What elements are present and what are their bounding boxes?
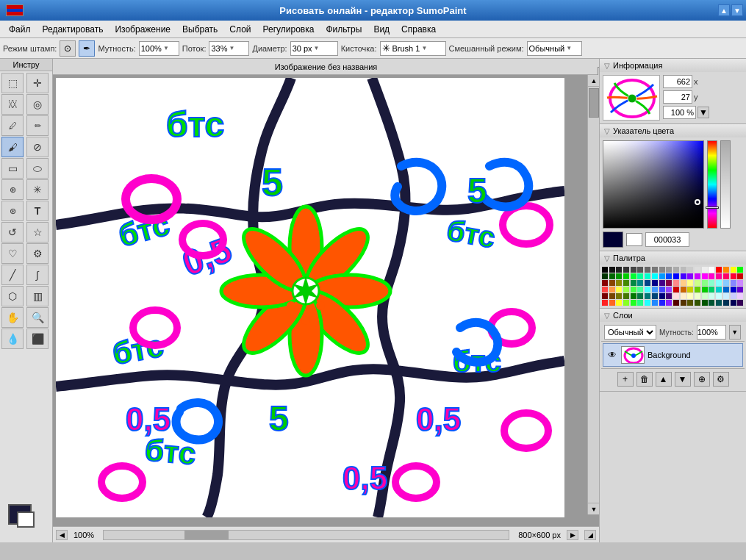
palette-color[interactable] <box>687 267 693 273</box>
palette-color[interactable] <box>623 280 629 286</box>
color-gradient[interactable] <box>603 140 704 229</box>
menu-image[interactable]: Изображение <box>109 23 176 36</box>
move-layer-down-button[interactable]: ▼ <box>675 372 691 387</box>
palette-color[interactable] <box>695 267 700 273</box>
x-coord-input[interactable] <box>663 75 692 88</box>
palette-color[interactable] <box>637 287 643 292</box>
palette-color[interactable] <box>616 273 622 279</box>
palette-color[interactable] <box>687 300 693 306</box>
palette-color[interactable] <box>673 280 679 286</box>
tool-select-rect[interactable]: ⬚ <box>1 73 24 93</box>
palette-color[interactable] <box>609 300 615 306</box>
palette-color[interactable] <box>723 280 729 286</box>
palette-color[interactable] <box>645 293 650 299</box>
scroll-left-button[interactable]: ◀ <box>56 530 68 540</box>
palette-color[interactable] <box>631 280 636 286</box>
tool-star[interactable]: ☆ <box>26 222 49 243</box>
palette-color[interactable] <box>666 300 672 306</box>
palette-color[interactable] <box>659 267 665 273</box>
palette-color[interactable] <box>687 287 693 292</box>
palette-color[interactable] <box>637 273 643 279</box>
palette-color[interactable] <box>709 267 714 273</box>
zoom-dropdown-button[interactable]: ▼ <box>697 107 709 118</box>
tool-magic-wand[interactable]: ✳ <box>26 179 49 200</box>
palette-color[interactable] <box>652 287 658 292</box>
add-layer-button[interactable]: + <box>617 372 634 387</box>
scroll-up-button[interactable]: ▲ <box>588 75 599 87</box>
tool-brush[interactable]: 🖌 <box>1 137 24 157</box>
palette-color[interactable] <box>631 293 636 299</box>
palette-color[interactable] <box>652 280 658 286</box>
scroll-down-button[interactable]: ▼ <box>588 503 599 514</box>
layer-row[interactable]: 👁 Background <box>603 343 743 367</box>
palette-color[interactable] <box>709 293 714 299</box>
palette-color[interactable] <box>687 280 693 286</box>
color-header[interactable]: ▽ Указатель цвета <box>600 124 746 137</box>
palette-color[interactable] <box>716 280 722 286</box>
canvas-image[interactable]: бтс бтс бтс бтс бтс бтс 0,5 0,5 0,5 0,5 <box>56 78 564 517</box>
brush-dropdown[interactable]: ✳ Brush 1 ▼ <box>380 41 446 56</box>
horizontal-scrollbar[interactable] <box>103 530 509 540</box>
scroll-corner[interactable]: ◢ <box>584 530 596 540</box>
palette-color[interactable] <box>609 280 615 286</box>
hex-color-input[interactable] <box>645 232 689 247</box>
palette-color[interactable] <box>631 267 636 273</box>
palette-color[interactable] <box>709 280 714 286</box>
palette-color[interactable] <box>687 293 693 299</box>
palette-color[interactable] <box>716 300 722 306</box>
tool-gear[interactable]: ⚙ <box>26 243 49 264</box>
minimize-button[interactable]: ▲ <box>718 4 730 16</box>
palette-color[interactable] <box>731 273 736 279</box>
palette-color[interactable] <box>695 280 700 286</box>
blend-mode-select[interactable]: Обычный <box>604 325 656 340</box>
palette-color[interactable] <box>645 287 650 292</box>
palette-color[interactable] <box>716 273 722 279</box>
palette-color[interactable] <box>737 293 743 299</box>
palette-color[interactable] <box>609 273 615 279</box>
palette-color[interactable] <box>659 280 665 286</box>
palette-color[interactable] <box>681 293 686 299</box>
palette-color[interactable] <box>666 280 672 286</box>
palette-color[interactable] <box>631 273 636 279</box>
palette-color[interactable] <box>723 273 729 279</box>
palette-color[interactable] <box>681 267 686 273</box>
menu-adjust[interactable]: Регулировка <box>257 23 320 36</box>
menu-file[interactable]: Файл <box>3 23 37 36</box>
blend-dropdown[interactable]: Обычный ▼ <box>527 41 582 56</box>
palette-color[interactable] <box>645 273 650 279</box>
palette-color[interactable] <box>673 287 679 292</box>
tool-eraser[interactable]: ⊘ <box>26 137 49 157</box>
palette-color[interactable] <box>616 287 622 292</box>
menu-select[interactable]: Выбрать <box>176 23 223 36</box>
hue-slider[interactable] <box>707 140 717 229</box>
palette-color[interactable] <box>702 273 708 279</box>
palette-color[interactable] <box>652 300 658 306</box>
palette-color[interactable] <box>609 287 615 292</box>
palette-header[interactable]: ▽ Палитра <box>600 251 746 265</box>
palette-color[interactable] <box>645 280 650 286</box>
stamp-icon-1[interactable]: ⊙ <box>60 40 76 57</box>
alpha-slider[interactable] <box>720 140 731 229</box>
background-color-swatch[interactable] <box>626 233 642 246</box>
palette-color[interactable] <box>709 287 714 292</box>
tool-eyedropper1[interactable]: 🖊 <box>1 115 24 136</box>
zoom-input[interactable] <box>663 106 696 119</box>
palette-color[interactable] <box>723 267 729 273</box>
palette-color[interactable] <box>737 267 743 273</box>
tool-text[interactable]: T <box>26 201 49 221</box>
palette-color[interactable] <box>637 280 643 286</box>
layer-settings-button[interactable]: ⚙ <box>713 372 729 387</box>
palette-color[interactable] <box>666 273 672 279</box>
tool-heart[interactable]: ♡ <box>1 243 24 264</box>
tool-move[interactable]: ✛ <box>26 73 49 93</box>
tool-gradient[interactable]: ▥ <box>26 286 49 306</box>
palette-color[interactable] <box>731 267 736 273</box>
maximize-button[interactable]: ▼ <box>731 4 743 16</box>
canvas-scroll-area[interactable]: ▲ ▼ <box>53 75 599 526</box>
palette-color[interactable] <box>666 267 672 273</box>
palette-color[interactable] <box>602 300 608 306</box>
palette-color[interactable] <box>731 287 736 292</box>
diameter-dropdown[interactable]: 30 px ▼ <box>290 41 338 56</box>
palette-color[interactable] <box>659 293 665 299</box>
tool-bucket[interactable]: ⬡ <box>1 286 24 306</box>
